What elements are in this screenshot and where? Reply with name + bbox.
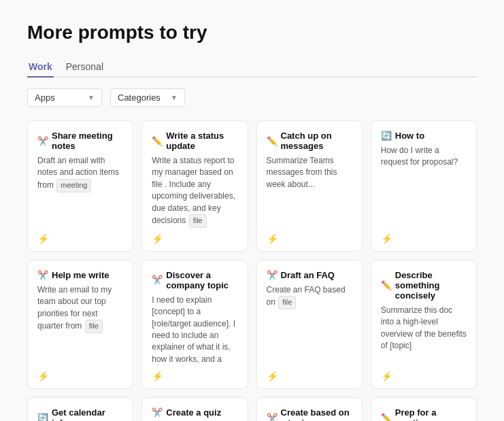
categories-chevron-icon: ▼ (171, 94, 178, 101)
card-body-describe-concisely: Summarize this doc into a high-level ove… (381, 305, 467, 365)
card-footer-write-status-update: ⚡ (152, 233, 237, 244)
card-title-prep-for-meeting: ✏️ Prep for a meeting (381, 407, 467, 421)
tab-personal[interactable]: Personal (65, 57, 105, 78)
card-icon: ✂️ (152, 275, 163, 285)
card-discover-company-topic[interactable]: ✂️ Discover a company topicI need to exp… (141, 260, 248, 389)
card-title-draft-faq: ✂️ Draft an FAQ (267, 270, 352, 280)
card-icon: ✏️ (152, 136, 163, 146)
apps-filter[interactable]: Apps ▼ (27, 88, 102, 107)
card-icon: ✂️ (267, 270, 278, 280)
card-body-write-status-update: Write a status report to my manager base… (152, 155, 237, 228)
card-title-catch-up-messages: ✏️ Catch up on messages (267, 131, 352, 151)
copilot-icon: ⚡ (381, 371, 392, 382)
card-tag: file (85, 320, 103, 333)
card-icon: ✏️ (267, 136, 278, 146)
card-title-discover-company-topic: ✂️ Discover a company topic (152, 270, 237, 290)
card-footer-catch-up-messages: ⚡ (267, 233, 352, 244)
card-body-share-meeting-notes: Draft an email with notes and action ite… (37, 155, 123, 228)
card-footer-discover-company-topic: ⚡ (152, 371, 237, 382)
card-footer-describe-concisely: ⚡ (381, 371, 467, 382)
apps-chevron-icon: ▼ (88, 94, 95, 101)
card-create-quiz[interactable]: ✂️ Create a quizWrite a practice quiz ab… (141, 397, 248, 421)
copilot-icon: ⚡ (381, 233, 392, 244)
card-footer-how-to: ⚡ (381, 233, 467, 244)
card-footer-draft-faq: ⚡ (267, 371, 352, 382)
copilot-icon: ⚡ (267, 233, 278, 244)
card-icon: ✏️ (381, 413, 392, 421)
cards-grid: ✂️ Share meeting notesDraft an email wit… (27, 120, 477, 421)
card-title-create-based-on-topic: ✂️ Create based on a topic (267, 407, 352, 421)
card-help-me-write[interactable]: ✂️ Help me writeWrite an email to my tea… (27, 260, 133, 389)
card-body-help-me-write: Write an email to my team about our top … (37, 284, 123, 365)
card-tag: file (189, 214, 207, 228)
card-icon: ✂️ (37, 270, 48, 280)
card-body-discover-company-topic: I need to explain [concept] to a [role/t… (152, 294, 237, 365)
card-icon: 🔄 (381, 131, 392, 141)
page-title: More prompts to try (27, 22, 477, 44)
card-footer-help-me-write: ⚡ (37, 371, 123, 382)
card-title-help-me-write: ✂️ Help me write (37, 270, 123, 280)
card-footer-share-meeting-notes: ⚡ (37, 233, 123, 244)
card-title-describe-concisely: ✏️ Describe something concisely (381, 270, 467, 301)
card-icon: ✏️ (381, 280, 392, 290)
copilot-icon: ⚡ (152, 371, 163, 382)
card-icon: ✂️ (152, 407, 163, 418)
categories-filter-label: Categories (118, 92, 161, 103)
card-tag: meeting (56, 179, 91, 192)
card-tag: file (278, 296, 296, 309)
card-describe-concisely[interactable]: ✏️ Describe something conciselySummarize… (371, 260, 477, 389)
card-title-share-meeting-notes: ✂️ Share meeting notes (37, 131, 123, 151)
card-title-get-calendar-info: 🔄 Get calendar info (37, 407, 123, 421)
card-get-calendar-info[interactable]: 🔄 Get calendar infoWhen's my next meetin… (27, 397, 133, 421)
tab-bar: Work Personal (27, 57, 477, 78)
card-create-based-on-topic[interactable]: ✂️ Create based on a topicCreate 5 hypot… (256, 397, 363, 421)
categories-filter[interactable]: Categories ▼ (110, 88, 185, 107)
card-body-how-to: How do I write a request for proposal? (381, 145, 467, 228)
card-title-write-status-update: ✏️ Write a status update (152, 131, 237, 151)
card-prep-for-meeting[interactable]: ✏️ Prep for a meetingI've got an upcomin… (371, 397, 477, 421)
card-title-how-to: 🔄 How to (381, 131, 467, 141)
card-how-to[interactable]: 🔄 How toHow do I write a request for pro… (371, 120, 477, 252)
card-title-create-quiz: ✂️ Create a quiz (152, 407, 237, 418)
copilot-icon: ⚡ (37, 233, 49, 244)
copilot-icon: ⚡ (37, 371, 49, 382)
card-icon: ✂️ (37, 136, 48, 146)
copilot-icon: ⚡ (267, 371, 278, 382)
card-body-catch-up-messages: Summarize Teams messages from this week … (267, 155, 352, 228)
card-write-status-update[interactable]: ✏️ Write a status updateWrite a status r… (141, 120, 248, 252)
filter-bar: Apps ▼ Categories ▼ (27, 88, 477, 107)
card-draft-faq[interactable]: ✂️ Draft an FAQCreate an FAQ based on fi… (256, 260, 363, 389)
card-share-meeting-notes[interactable]: ✂️ Share meeting notesDraft an email wit… (27, 120, 133, 252)
tab-work[interactable]: Work (27, 57, 54, 78)
card-icon: ✂️ (267, 413, 278, 421)
card-icon: 🔄 (37, 413, 48, 421)
apps-filter-label: Apps (35, 92, 55, 103)
card-catch-up-messages[interactable]: ✏️ Catch up on messagesSummarize Teams m… (256, 120, 363, 252)
card-body-draft-faq: Create an FAQ based on file (267, 284, 352, 365)
copilot-icon: ⚡ (152, 233, 163, 244)
